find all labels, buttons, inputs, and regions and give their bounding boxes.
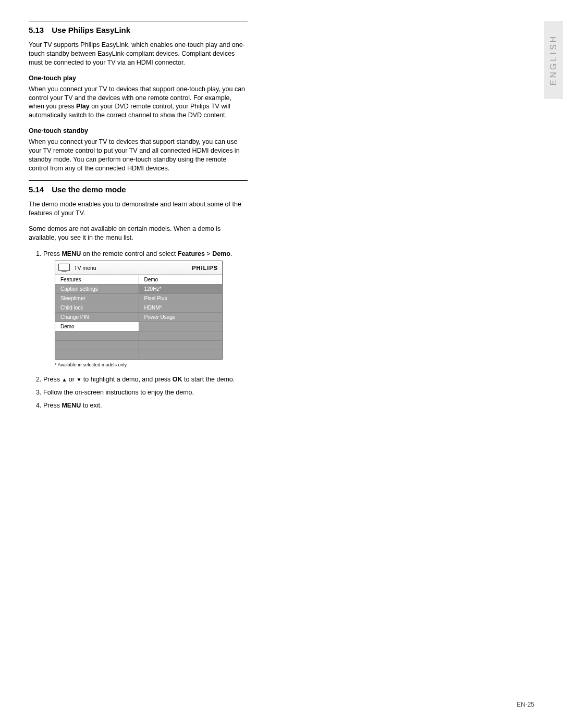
step-item: Press MENU on the remote control and sel… [43, 250, 248, 368]
text-bold: Play [76, 103, 90, 110]
menu-right-empty [139, 331, 223, 341]
tv-menu-box: TV menu PHILIPS Features Caption setting… [55, 261, 223, 360]
step-item: Press ▲ or ▼ to highlight a demo, and pr… [43, 375, 248, 384]
down-arrow-icon: ▼ [76, 376, 81, 384]
menu-right-item: HDNM* [139, 303, 223, 313]
text: to exit. [81, 402, 102, 409]
menu-left-item: Caption settings [55, 285, 139, 294]
menu-right-item: 120Hz* [139, 285, 223, 294]
section-heading: 5.13 Use Philips EasyLink [29, 26, 248, 34]
language-tab-label: ENGLISH [549, 34, 558, 85]
text-bold: Features [178, 250, 205, 257]
text: Press [43, 402, 62, 409]
language-tab: ENGLISH [544, 21, 563, 99]
philips-logo: PHILIPS [192, 264, 218, 272]
text: on the remote control and select [81, 250, 178, 257]
step-item: Follow the on-screen instructions to enj… [43, 388, 248, 397]
menu-left-item: Change PIN [55, 313, 139, 322]
menu-left-item: Child lock [55, 303, 139, 313]
text-bold: Demo [212, 250, 230, 257]
text: Press [43, 250, 62, 257]
tv-menu-titlebar: TV menu PHILIPS [55, 261, 222, 275]
text: . [230, 250, 232, 257]
menu-left-empty [55, 331, 139, 341]
text: Press [43, 376, 62, 383]
intro-paragraph: Your TV supports Philips EasyLink, which… [29, 41, 248, 67]
steps-list: Press MENU on the remote control and sel… [29, 250, 248, 410]
step-item: Press MENU to exit. [43, 401, 248, 410]
menu-left-empty [55, 341, 139, 350]
tv-icon [58, 264, 70, 272]
tv-menu-right-col: Demo 120Hz* Pixel Plus HDNM* Power Usage [139, 275, 223, 359]
tv-menu-figure: TV menu PHILIPS Features Caption setting… [55, 261, 223, 360]
text: or [67, 376, 76, 383]
tv-menu-title: TV menu [74, 264, 96, 272]
text: > [205, 250, 212, 257]
menu-left-item-selected: Demo [55, 322, 139, 331]
text: to start the demo. [182, 376, 235, 383]
menu-footnote: * Available in selected models only [55, 362, 248, 368]
section-rule [29, 21, 248, 21]
content-column: 5.13 Use Philips EasyLink Your TV suppor… [29, 21, 248, 416]
text-bold: MENU [62, 402, 81, 409]
up-arrow-icon: ▲ [62, 376, 67, 384]
section-number: 5.13 [29, 26, 50, 34]
menu-right-item: Power Usage [139, 313, 223, 322]
section-heading: 5.14 Use the demo mode [29, 185, 248, 194]
section-title: Use Philips EasyLink [52, 26, 130, 34]
menu-right-empty [139, 322, 223, 331]
section-rule [29, 180, 248, 181]
section-title: Use the demo mode [52, 185, 126, 194]
menu-left-header: Features [55, 275, 139, 285]
body-paragraph: Some demos are not available on certain … [29, 225, 248, 242]
subsection-heading: One-touch play [29, 75, 248, 82]
section-number: 5.14 [29, 185, 50, 194]
menu-right-item: Pixel Plus [139, 294, 223, 303]
menu-right-empty [139, 341, 223, 350]
text-bold: OK [173, 376, 182, 383]
menu-right-header: Demo [139, 275, 223, 285]
page-number: EN-25 [517, 701, 534, 708]
body-paragraph: When you connect your TV to devices that… [29, 138, 248, 173]
tv-menu-body: Features Caption settings Sleeptimer Chi… [55, 275, 222, 359]
text-bold: MENU [62, 250, 81, 257]
menu-left-item: Sleeptimer [55, 294, 139, 303]
menu-right-empty [139, 350, 223, 359]
text: to highlight a demo, and press [81, 376, 172, 383]
body-paragraph: When you connect your TV to devices that… [29, 85, 248, 120]
subsection-heading: One-touch standby [29, 127, 248, 134]
body-paragraph: The demo mode enables you to demonstrate… [29, 200, 248, 218]
menu-left-empty [55, 350, 139, 359]
tv-menu-left-col: Features Caption settings Sleeptimer Chi… [55, 275, 139, 359]
